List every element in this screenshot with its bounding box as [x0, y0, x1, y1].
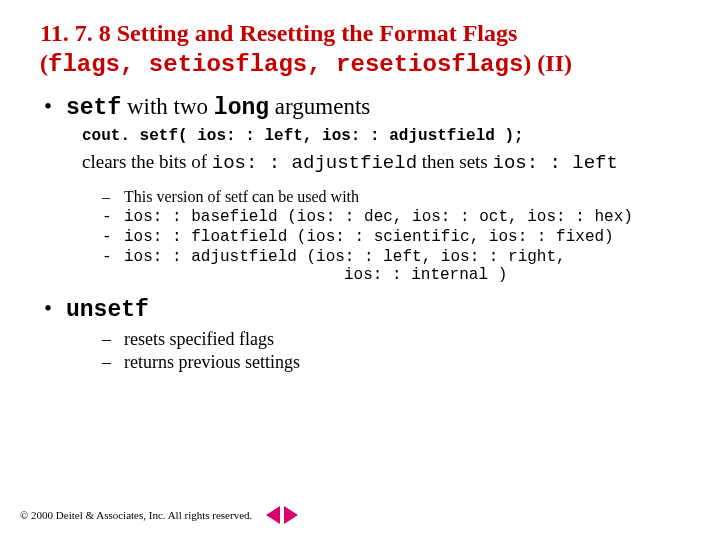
title-suffix: ) (II) [523, 50, 572, 76]
code-setf: setf [66, 95, 121, 121]
title-line1: 11. 7. 8 Setting and Resetting the Forma… [40, 20, 517, 46]
dash-icon: - [102, 228, 124, 246]
title-setios: setiosflags [149, 51, 307, 78]
title-sep1: , [120, 51, 149, 78]
title-sep2: , [307, 51, 336, 78]
sublist-unsetf: – resets specified flags – returns previ… [102, 329, 692, 373]
sub-row-2: - ios: : basefield (ios: : dec, ios: : o… [102, 208, 692, 226]
dash-icon: – [102, 188, 124, 206]
title-resetios: resetiosflags [336, 51, 523, 78]
code-unsetf: unsetf [66, 297, 149, 323]
dash-icon: – [102, 329, 124, 350]
text-end: arguments [269, 94, 370, 119]
section-number: 11. 7. 8 [40, 20, 111, 46]
bullet-setf-text: setf with two long arguments [66, 94, 370, 121]
sublist-setf: – This version of setf can be used with … [102, 188, 692, 284]
bullet-unsetf: • unsetf [44, 296, 692, 323]
title-paren-open: ( [40, 50, 48, 76]
dash-icon: - [102, 208, 124, 226]
para-c2: ios: : left [493, 152, 618, 174]
sub-row-1: – This version of setf can be used with [102, 188, 692, 206]
text-mid: with two [121, 94, 214, 119]
para-t1: clears the bits of [82, 151, 212, 172]
code-long: long [214, 95, 269, 121]
sub-row-3: - ios: : floatfield (ios: : scientific, … [102, 228, 692, 246]
copyright-text: © 2000 Deitel & Associates, Inc. All rig… [20, 509, 252, 521]
sub2-row-b: – returns previous settings [102, 352, 692, 373]
sub-text-3: ios: : floatfield (ios: : scientific, io… [124, 228, 692, 246]
code-example: cout. setf( ios: : left, ios: : adjustfi… [82, 127, 692, 145]
slide-title: 11. 7. 8 Setting and Resetting the Forma… [40, 18, 692, 80]
title-flags: flags [48, 51, 120, 78]
footer: © 2000 Deitel & Associates, Inc. All rig… [20, 506, 298, 524]
sub-text-2: ios: : basefield (ios: : dec, ios: : oct… [124, 208, 692, 226]
sub-row-4: - ios: : adjustfield (ios: : left, ios: … [102, 248, 692, 284]
sub-text-4b: ios: : internal ) [344, 266, 507, 284]
sub-text-1: This version of setf can be used with [124, 188, 692, 206]
dash-icon: – [102, 352, 124, 373]
para-t2: then sets [417, 151, 492, 172]
prev-arrow-icon[interactable] [266, 506, 280, 524]
explain-para: clears the bits of ios: : adjustfield th… [82, 151, 692, 174]
sub2-row-a: – resets specified flags [102, 329, 692, 350]
dash-icon: - [102, 248, 124, 266]
title-text: Setting and Resetting the Format Flags [111, 20, 518, 46]
sub2-text-a: resets specified flags [124, 329, 692, 350]
sub-text-4a: ios: : adjustfield (ios: : left, ios: : … [124, 248, 566, 266]
bullet-dot: • [44, 296, 66, 322]
bullet-setf: • setf with two long arguments [44, 94, 692, 121]
para-c1: ios: : adjustfield [212, 152, 417, 174]
next-arrow-icon[interactable] [284, 506, 298, 524]
nav-arrows [266, 506, 298, 524]
sub-text-4: ios: : adjustfield (ios: : left, ios: : … [124, 248, 692, 284]
sub2-text-b: returns previous settings [124, 352, 692, 373]
bullet-dot: • [44, 94, 66, 120]
slide-body: 11. 7. 8 Setting and Resetting the Forma… [0, 0, 720, 373]
